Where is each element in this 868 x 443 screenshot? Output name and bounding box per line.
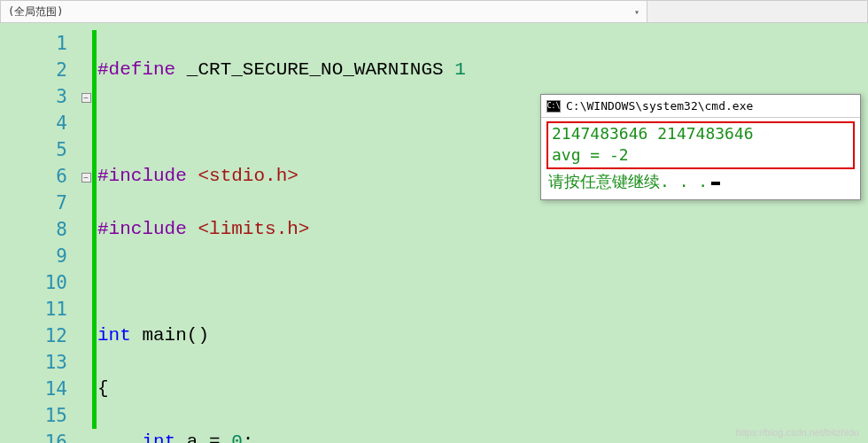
kw-int: int xyxy=(142,431,175,443)
code-editor[interactable]: #define _CRT_SECURE_NO_WARNINGS 1 #inclu… xyxy=(97,23,868,443)
editor-area: 1 2 3 4 5 6 7 8 9 10 11 12 13 14 15 16 −… xyxy=(0,23,868,443)
line-number: 1 xyxy=(0,30,80,57)
line-number: 9 xyxy=(0,243,80,269)
kw-include: #include xyxy=(97,219,187,239)
line-number: 11 xyxy=(0,296,80,323)
cmd-line: avg = -2 xyxy=(552,144,849,166)
cmd-titlebar[interactable]: C:\ C:\WINDOWS\system32\cmd.exe xyxy=(541,95,860,118)
cmd-icon: C:\ xyxy=(546,100,561,113)
cmd-highlight-box: 2147483646 2147483646 avg = -2 xyxy=(546,121,855,169)
cmd-output: 2147483646 2147483646 avg = -2 请按任意键继续. … xyxy=(541,118,860,199)
line-number: 13 xyxy=(0,349,80,376)
cmd-line: 2147483646 2147483646 xyxy=(552,123,849,144)
fold-toggle-icon[interactable]: − xyxy=(81,93,91,103)
line-number: 6 xyxy=(0,163,80,190)
cmd-title: C:\WINDOWS\system32\cmd.exe xyxy=(566,99,753,113)
cmd-window[interactable]: C:\ C:\WINDOWS\system32\cmd.exe 21474836… xyxy=(540,94,861,200)
line-number: 5 xyxy=(0,136,80,163)
line-number: 7 xyxy=(0,190,80,216)
scope-dropdown[interactable]: (全局范围) ▾ xyxy=(1,1,647,22)
kw-define: #define xyxy=(97,59,175,80)
line-number: 14 xyxy=(0,376,80,402)
line-number: 4 xyxy=(0,110,80,136)
line-number-gutter: 1 2 3 4 5 6 7 8 9 10 11 12 13 14 15 16 xyxy=(0,23,80,443)
line-number: 16 xyxy=(0,429,80,443)
fold-column: − − xyxy=(80,23,92,443)
watermark: https://blog.csdn.net/bitzhidu xyxy=(736,427,859,438)
cursor-icon xyxy=(711,182,720,185)
scope-label: (全局范围) xyxy=(8,4,63,19)
fold-toggle-icon[interactable]: − xyxy=(81,173,91,183)
line-number: 15 xyxy=(0,402,80,429)
line-number: 3 xyxy=(0,83,80,110)
chevron-down-icon: ▾ xyxy=(634,7,639,17)
toolbar: (全局范围) ▾ xyxy=(0,0,868,23)
cmd-line: 请按任意键继续. . . xyxy=(548,172,708,190)
line-number: 8 xyxy=(0,216,80,243)
kw-int: int xyxy=(97,325,131,346)
line-number: 12 xyxy=(0,323,80,349)
line-number: 10 xyxy=(0,269,80,296)
line-number: 2 xyxy=(0,57,80,83)
kw-include: #include xyxy=(97,166,187,186)
